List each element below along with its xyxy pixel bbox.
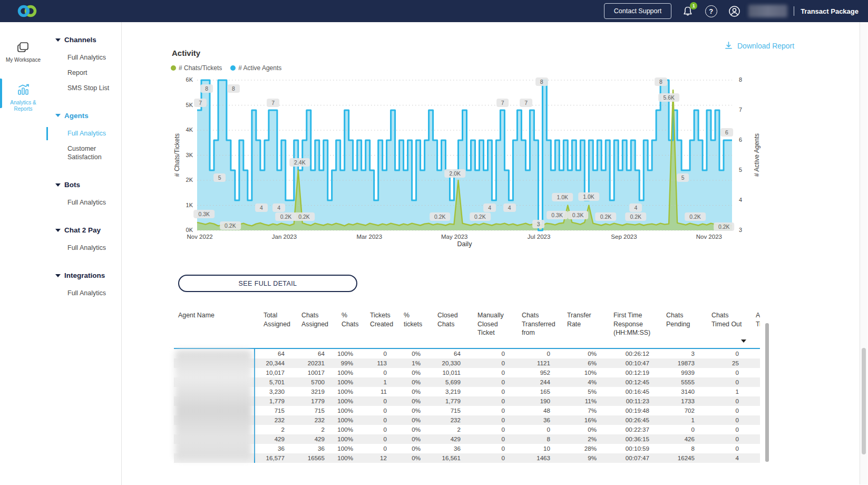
nav-item-channels-sms-stop-list[interactable]: SMS Stop List — [46, 81, 118, 96]
nav-item-bots-full-analytics[interactable]: Full Analytics — [46, 195, 118, 210]
column-header-tickets[interactable]: % tickets — [394, 309, 428, 348]
main-content: Activity Download Report # Chats/Tickets… — [121, 22, 868, 485]
chart-data-label: 0.2K — [685, 212, 706, 221]
download-report-label: Download Report — [737, 42, 794, 50]
cell-value: 100% — [332, 387, 360, 396]
nav-item-integrations-full-analytics[interactable]: Full Analytics — [46, 286, 118, 301]
nav-section-integrations[interactable]: Integrations — [46, 271, 121, 279]
brand-logo[interactable] — [15, 3, 39, 19]
column-header-closed-chats[interactable]: Closed Chats — [428, 309, 468, 348]
cell-value: 100% — [332, 396, 360, 406]
nav-section-bots[interactable]: Bots — [46, 181, 121, 189]
nav-section-channels[interactable]: Channels — [46, 36, 121, 44]
column-header-chats-assigned[interactable]: Chats Assigned — [292, 309, 332, 348]
chart-data-label: 7 — [496, 99, 509, 107]
sidebar-item-my-workspace[interactable]: My Workspace — [0, 41, 46, 64]
cell-value: 6% — [558, 358, 604, 368]
cell-value: 429 — [292, 434, 332, 444]
notifications-button[interactable]: 1 — [681, 4, 695, 18]
cell-value: 0 — [468, 444, 512, 453]
cell-value: 2 — [292, 425, 332, 434]
legend-item-active-agents[interactable]: # Active Agents — [230, 64, 281, 72]
page-scrollbar-thumb[interactable] — [862, 348, 866, 454]
column-header-chats-pending[interactable]: Chats Pending — [657, 309, 702, 348]
legend-label: # Chats/Tickets — [179, 64, 222, 72]
cell-value: 7% — [558, 406, 604, 415]
chart-data-label: 5 — [213, 173, 226, 182]
cell-value — [746, 444, 760, 453]
column-header-agent-name[interactable]: Agent Name — [174, 309, 254, 348]
cell-value: 16245 — [657, 453, 702, 463]
left-axis-tick: 4K — [172, 127, 193, 133]
cell-value: 4% — [558, 377, 604, 387]
nav-item-channels-full-analytics[interactable]: Full Analytics — [46, 50, 118, 65]
cell-value: 100% — [332, 425, 360, 434]
cell-value: 0 — [702, 368, 746, 377]
cell-value: 0% — [394, 425, 428, 434]
nav-section-label: Integrations — [64, 271, 105, 279]
nav-section-agents[interactable]: Agents — [46, 112, 121, 120]
left-axis-tick: 3K — [172, 152, 193, 158]
chart-data-label: 2.0K — [444, 169, 465, 178]
cell-value — [746, 434, 760, 444]
table-scrollbar[interactable] — [765, 323, 769, 462]
page-scrollbar[interactable] — [860, 22, 867, 484]
cell-value: 244 — [512, 377, 558, 387]
column-header-transfer-rate[interactable]: Transfer Rate — [558, 309, 604, 348]
cell-value: 0 — [468, 434, 512, 444]
cell-value: 1% — [394, 358, 428, 368]
cell-value: 00:10:47 — [604, 358, 657, 368]
cell-value: 36 — [512, 415, 558, 425]
column-header-manually-closed-ticket[interactable]: Manually Closed Ticket — [468, 309, 512, 348]
help-button[interactable]: ? — [704, 4, 718, 18]
table-row: 6464100%00%64000%00:26:1230 — [174, 349, 760, 358]
column-header-total-assigned[interactable]: Total Assigned — [254, 309, 292, 348]
nav-item-agents-customer-satisfaction[interactable]: Customer Satisfaction — [46, 141, 118, 166]
column-header-chats-timed-out[interactable]: Chats Timed Out — [702, 309, 746, 348]
column-menu-caret-icon[interactable] — [741, 340, 746, 343]
column-header-chats-transferred-from[interactable]: Chats Transferred from — [512, 309, 558, 348]
see-full-detail-button[interactable]: SEE FULL DETAIL — [178, 275, 357, 292]
legend-dot — [230, 65, 236, 71]
download-report-link[interactable]: Download Report — [724, 41, 794, 50]
column-header-chats[interactable]: % Chats — [332, 309, 360, 348]
cell-value: 0 — [468, 425, 512, 434]
cell-value: 0 — [702, 415, 746, 425]
nav-item-channels-report[interactable]: Report — [46, 65, 118, 81]
cell-value: 0% — [394, 415, 428, 425]
cell-value: 16,561 — [428, 453, 468, 463]
cell-value: 25 — [702, 358, 746, 368]
cell-value — [746, 368, 760, 377]
column-header-age-tim[interactable]: Age Tim — [746, 309, 760, 348]
cell-value: 1733 — [657, 396, 702, 406]
agents-table: Agent NameTotal AssignedChats Assigned% … — [174, 309, 760, 463]
x-axis-tick: Nov 2023 — [696, 234, 722, 240]
nav-item-agents-full-analytics[interactable]: Full Analytics — [46, 126, 118, 141]
chart-data-label: 8 — [200, 84, 213, 93]
activity-chart[interactable]: 7880.3K0.2K54472.4K0.2K0.2K0.2K2.0K0.2K4… — [197, 80, 732, 230]
x-axis-tick: Jan 2023 — [272, 234, 297, 240]
nav-item-chat-2-pay-full-analytics[interactable]: Full Analytics — [46, 240, 118, 256]
column-header-first-time-response-hh-mm-ss[interactable]: First Time Response (HH:MM:SS) — [604, 309, 657, 348]
cell-value — [746, 425, 760, 434]
cell-value: 3,230 — [254, 387, 292, 396]
right-axis-tick: 3 — [739, 227, 755, 233]
column-header-tickets-created[interactable]: Tickets Created — [360, 309, 394, 348]
nav-section-chat-2-pay[interactable]: Chat 2 Pay — [46, 226, 121, 234]
profile-button[interactable] — [727, 4, 741, 18]
contact-support-button[interactable]: Contact Support — [604, 3, 671, 19]
nav-section: IntegrationsFull Analytics — [46, 271, 121, 301]
cell-value: 16,577 — [254, 453, 292, 463]
cell-value: 100% — [332, 415, 360, 425]
cell-value: 11% — [558, 396, 604, 406]
cell-value: 8 — [657, 444, 702, 453]
cell-value: 232 — [428, 415, 468, 425]
chart-legend: # Chats/Tickets# Active Agents — [171, 64, 281, 72]
sidebar-item-analytics-reports[interactable]: Analytics & Reports — [0, 83, 46, 113]
table-row: 232232100%00%23203616%00:26:4510 — [174, 415, 760, 425]
right-axis-tick: 7 — [739, 106, 755, 113]
legend-item-chats-tickets[interactable]: # Chats/Tickets — [171, 64, 222, 72]
cell-value: 190 — [512, 396, 558, 406]
caret-down-icon — [55, 183, 61, 187]
table-row: 20,3442023199%1131%20,330011216%00:10:47… — [174, 358, 760, 368]
